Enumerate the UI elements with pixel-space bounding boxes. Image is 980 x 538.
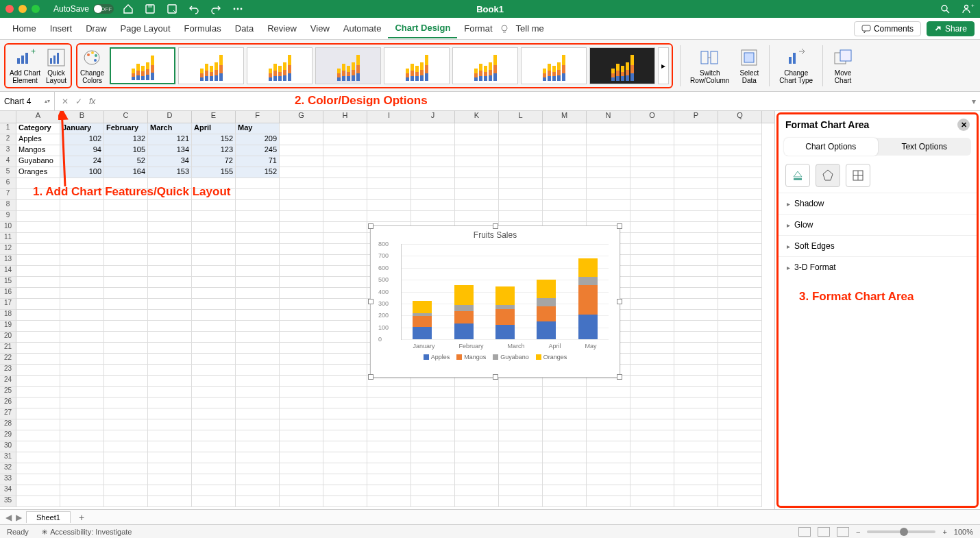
cell[interactable]: [455, 167, 499, 178]
cell[interactable]: [543, 419, 587, 430]
cell[interactable]: [674, 332, 718, 343]
cell[interactable]: [104, 211, 148, 222]
cell[interactable]: [587, 474, 630, 485]
cell[interactable]: [543, 485, 587, 496]
cell[interactable]: 121: [148, 134, 192, 145]
zoom-slider[interactable]: [867, 530, 935, 533]
cell[interactable]: [148, 321, 192, 332]
cell[interactable]: 123: [192, 145, 236, 156]
cell[interactable]: [543, 178, 587, 189]
cell[interactable]: [104, 441, 148, 452]
cell[interactable]: [367, 430, 411, 441]
row-header[interactable]: 26: [0, 398, 16, 408]
cell[interactable]: [280, 277, 323, 288]
cell[interactable]: [630, 376, 674, 387]
cell[interactable]: [236, 200, 280, 211]
cell[interactable]: [16, 419, 60, 430]
cell[interactable]: [718, 496, 762, 507]
cell[interactable]: [280, 376, 323, 387]
cell[interactable]: [543, 145, 587, 156]
cell[interactable]: [148, 430, 192, 441]
cell[interactable]: [630, 332, 674, 343]
cell[interactable]: [411, 123, 455, 134]
cell[interactable]: [148, 365, 192, 376]
cell[interactable]: [630, 430, 674, 441]
cell[interactable]: [323, 299, 367, 310]
cell[interactable]: [630, 419, 674, 430]
cell[interactable]: [674, 398, 718, 408]
tab-insert[interactable]: Insert: [43, 19, 79, 38]
col-C[interactable]: C: [104, 111, 148, 123]
cell[interactable]: [280, 178, 323, 189]
cell[interactable]: [367, 123, 411, 134]
view-page-break-icon[interactable]: [837, 527, 849, 537]
cell[interactable]: [16, 277, 60, 288]
cell[interactable]: Mangos: [16, 145, 60, 156]
cell[interactable]: [455, 408, 499, 419]
cell[interactable]: [148, 343, 192, 354]
cell[interactable]: [630, 266, 674, 277]
cell[interactable]: [236, 288, 280, 299]
cell[interactable]: [543, 156, 587, 167]
cell[interactable]: [718, 233, 762, 244]
cell[interactable]: [543, 441, 587, 452]
cell[interactable]: [499, 452, 543, 463]
cell[interactable]: [630, 145, 674, 156]
row[interactable]: 34: [0, 485, 774, 496]
zoom-out-icon[interactable]: −: [856, 528, 860, 536]
cell[interactable]: [148, 299, 192, 310]
row-header[interactable]: 3: [0, 145, 16, 156]
cell[interactable]: [455, 134, 499, 145]
cell[interactable]: [630, 408, 674, 419]
cell[interactable]: [411, 496, 455, 507]
cell[interactable]: [718, 398, 762, 408]
cell[interactable]: [543, 474, 587, 485]
cell[interactable]: [280, 244, 323, 255]
cell[interactable]: [236, 299, 280, 310]
cell[interactable]: [323, 398, 367, 408]
cell[interactable]: 52: [104, 156, 148, 167]
row-header[interactable]: 17: [0, 299, 16, 310]
cell[interactable]: [148, 288, 192, 299]
cell[interactable]: [411, 408, 455, 419]
cell[interactable]: May: [236, 123, 280, 134]
cell[interactable]: [630, 255, 674, 266]
cell[interactable]: [630, 244, 674, 255]
cell[interactable]: [192, 452, 236, 463]
embedded-chart[interactable]: Fruits Sales 0100200300400500600700800 J…: [370, 225, 620, 378]
cell[interactable]: January: [60, 123, 104, 134]
col-F[interactable]: F: [236, 111, 280, 123]
cell[interactable]: [16, 222, 60, 233]
resize-handle[interactable]: [617, 299, 622, 304]
cell[interactable]: [323, 145, 367, 156]
row[interactable]: 1CategoryJanuaryFebruaryMarchAprilMay: [0, 123, 774, 134]
row[interactable]: 31: [0, 452, 774, 463]
row-header[interactable]: 4: [0, 156, 16, 167]
cell[interactable]: [323, 485, 367, 496]
cell[interactable]: [411, 156, 455, 167]
row-header[interactable]: 21: [0, 343, 16, 354]
row-header[interactable]: 12: [0, 244, 16, 255]
cell[interactable]: [367, 167, 411, 178]
cell[interactable]: 71: [236, 156, 280, 167]
cell[interactable]: [60, 310, 104, 321]
row[interactable]: 26: [0, 398, 774, 408]
cell[interactable]: [674, 463, 718, 474]
toggle-off-icon[interactable]: OFF: [93, 4, 114, 14]
cell[interactable]: [587, 387, 630, 398]
cell[interactable]: [192, 343, 236, 354]
cell[interactable]: [367, 156, 411, 167]
cell[interactable]: [367, 474, 411, 485]
cell[interactable]: [630, 167, 674, 178]
cell[interactable]: [323, 496, 367, 507]
cell[interactable]: [236, 189, 280, 200]
cell[interactable]: [60, 332, 104, 343]
cell[interactable]: [323, 408, 367, 419]
cell[interactable]: [630, 222, 674, 233]
cell[interactable]: [60, 343, 104, 354]
cell[interactable]: [674, 145, 718, 156]
cell[interactable]: [60, 321, 104, 332]
row-header[interactable]: 9: [0, 211, 16, 222]
cell[interactable]: [674, 266, 718, 277]
cell[interactable]: [60, 408, 104, 419]
